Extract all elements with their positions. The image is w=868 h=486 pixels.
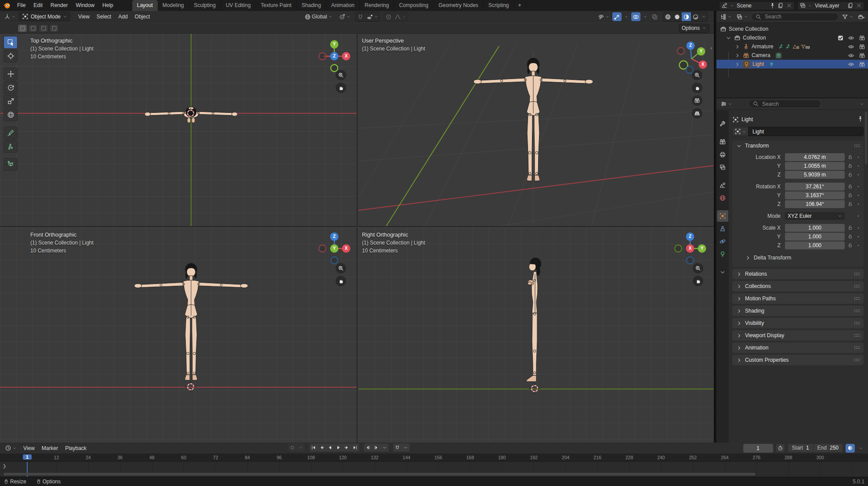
gizmos-dropdown[interactable] [623,12,630,21]
character-side-view[interactable] [521,254,548,389]
value-field[interactable]: 4.0762 m [785,153,845,161]
pan-button[interactable] [693,276,703,286]
viewport-menu-object[interactable]: Object [131,11,154,22]
pan-button[interactable] [336,276,346,286]
expand-channels-arrow[interactable]: ❯ [3,464,6,468]
drag-handle[interactable] [854,346,860,349]
drag-handle[interactable] [854,309,860,313]
topbar-menu-window[interactable]: Window [72,2,98,8]
value-field[interactable]: 3.1637° [785,191,845,199]
zoom-button[interactable] [693,263,703,274]
selmode-subtract-button[interactable] [39,24,48,32]
outliner-filter-button[interactable] [840,12,855,21]
properties-search-input[interactable] [761,101,817,108]
workspace-tab-sculpting[interactable]: Sculpting [189,0,221,11]
new-collection-button[interactable] [857,12,866,21]
render-visibility-icon[interactable] [859,61,865,68]
keying-group[interactable] [288,443,305,452]
scene-selector[interactable]: Scene [719,1,795,10]
viewport-top-ortho[interactable]: Top Orthographic (1) Scene Collection | … [0,34,358,227]
view-object-types-button[interactable] [597,12,611,21]
object-name-field[interactable]: Light [749,127,864,136]
panel-custom-properties[interactable]: Custom Properties [732,355,864,365]
drag-handle[interactable] [854,297,860,300]
jump-to-start-button[interactable] [309,443,318,452]
workspace-tab-layout[interactable]: Layout [132,0,158,11]
drag-handle[interactable] [854,321,860,325]
properties-tab-render[interactable] [717,136,728,148]
lock-button[interactable] [845,225,855,230]
outliner-row-collection[interactable]: Collection [716,33,868,42]
gizmos-toggle[interactable] [612,12,622,21]
tool-transform-button[interactable] [4,108,18,121]
properties-tab-physics[interactable] [717,236,728,247]
workspace-tab-animation[interactable]: Animation [326,0,360,11]
overlays-dropdown[interactable] [642,12,649,21]
properties-tab-view-layer[interactable] [717,162,728,173]
scene-name[interactable]: Scene [736,3,767,9]
pivot-point-button[interactable] [337,12,352,21]
animate-dot[interactable] [855,234,861,239]
timeline-editor-type-button[interactable] [4,444,18,453]
timeline-ruler[interactable]: 1122436486072849610812013214415616818019… [0,454,868,462]
pin-icon[interactable] [769,2,776,9]
panel-motion-paths[interactable]: Motion Paths [732,293,864,304]
tool-annotate-button[interactable] [4,126,18,139]
transform-panel-header[interactable]: Transform [732,140,864,151]
timeline-menu-marker[interactable]: Marker [38,443,61,454]
blender-logo-icon[interactable] [0,2,13,9]
tool-rotate-button[interactable] [4,81,18,94]
value-field[interactable]: 1.0055 m [785,162,845,170]
playback-sync-toggle[interactable] [846,444,855,453]
selmode-invert-button[interactable] [49,24,59,32]
outliner-row-light[interactable]: Light [716,60,868,68]
properties-tab-output[interactable] [717,149,728,160]
tool-add-cube-button[interactable] [4,158,18,171]
step-back-button[interactable] [364,443,372,452]
expand-icon[interactable] [725,35,732,41]
drag-handle[interactable] [854,334,860,337]
outliner-display-mode-button[interactable] [735,12,749,21]
pan-button[interactable] [336,83,346,93]
animate-dot[interactable] [855,226,861,230]
animate-dot[interactable] [855,173,861,177]
shading-solid-button[interactable] [673,12,682,21]
outliner-row-armature[interactable]: Armature 6 89 [716,42,868,51]
expand-icon[interactable] [734,43,741,50]
properties-tab-constraints[interactable] [717,223,728,234]
zoom-button[interactable] [692,70,702,80]
preview-range-group[interactable] [393,443,410,452]
panel-shading[interactable]: Shading [732,306,864,316]
character-front-view[interactable] [130,259,253,389]
preview-range-dropdown[interactable] [401,443,410,452]
navigation-gizmo[interactable]: ZXY [318,232,351,265]
outliner-search[interactable] [751,13,839,21]
shading-material-button[interactable] [682,12,691,21]
lock-button[interactable] [845,242,855,248]
workspace-tab-uv-editing[interactable]: UV Editing [221,0,256,11]
snap-settings-button[interactable] [365,12,380,21]
topbar-menu-help[interactable]: Help [98,2,117,8]
value-field[interactable]: 1.000 [785,241,845,249]
viewport-user-perspective[interactable]: User Perspective (1) Scene Collection | … [358,34,714,227]
workspace-tab-texture-paint[interactable]: Texture Paint [256,0,297,11]
tool-tweak-select-button[interactable] [4,36,18,49]
properties-editor-type-button[interactable] [719,100,734,108]
jump-to-end-button[interactable] [351,443,359,452]
expand-icon[interactable] [734,52,741,59]
value-field[interactable]: 1.000 [785,224,845,232]
animate-dot[interactable] [855,164,861,168]
panel-relations[interactable]: Relations [732,269,864,279]
value-field[interactable]: 5.9039 m [785,171,845,179]
navigation-gizmo[interactable]: YXZ [318,40,351,73]
animate-dot[interactable] [855,193,861,198]
animate-dot[interactable] [855,155,861,159]
properties-tab-object[interactable] [717,210,728,222]
pin-id-button[interactable] [857,115,864,123]
animate-dot-icon[interactable] [856,214,861,218]
use-preview-range-button[interactable] [776,444,785,452]
scrollbar[interactable] [865,112,867,164]
eye-icon[interactable] [848,35,854,41]
tool-scale-button[interactable] [4,95,18,108]
panel-viewport-display[interactable]: Viewport Display [732,330,864,341]
